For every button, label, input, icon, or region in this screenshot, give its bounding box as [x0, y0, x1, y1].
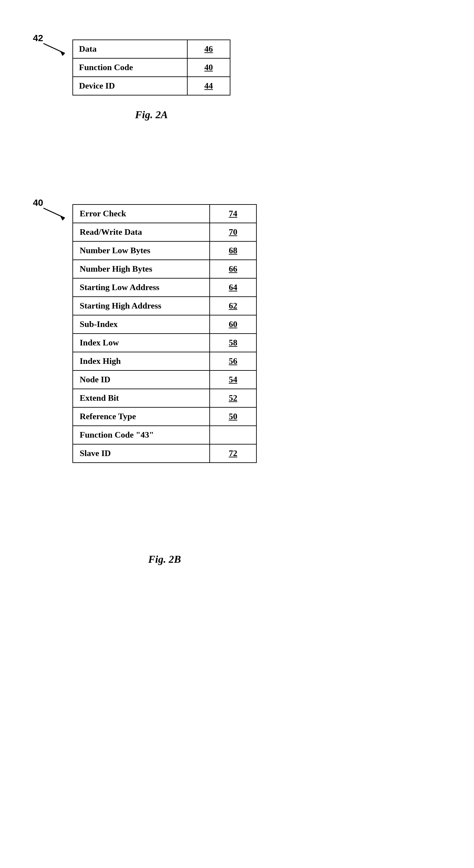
table-row: Index High56 — [73, 352, 256, 370]
arrow-42-icon — [40, 40, 70, 57]
table-cell-number: 52 — [210, 389, 256, 407]
table-row: Function Code40 — [73, 58, 230, 77]
table-cell-label: Read/Write Data — [73, 223, 210, 241]
table-cell-number: 44 — [187, 77, 230, 95]
table-row: Reference Type50 — [73, 407, 256, 426]
table-cell-number: 54 — [210, 370, 256, 389]
fig-caption-2a: Fig. 2A — [72, 108, 230, 121]
table-row: Extend Bit52 — [73, 389, 256, 407]
table-cell-label: Node ID — [73, 370, 210, 389]
arrow-40-icon — [40, 205, 70, 221]
table-cell-label: Number High Bytes — [73, 260, 210, 278]
table-row: Number High Bytes66 — [73, 260, 256, 278]
table-cell-number — [210, 426, 256, 444]
table-row: Function Code "43" — [73, 426, 256, 444]
table-row: Error Check74 — [73, 205, 256, 223]
table-cell-number: 46 — [187, 40, 230, 58]
table-cell-label: Data — [73, 40, 187, 58]
table-cell-label: Index Low — [73, 334, 210, 352]
table-cell-number: 74 — [210, 205, 256, 223]
table-cell-label: Error Check — [73, 205, 210, 223]
table-cell-number: 64 — [210, 278, 256, 297]
table-row: Slave ID72 — [73, 444, 256, 463]
table-cell-label: Device ID — [73, 77, 187, 95]
table-row: Starting High Address62 — [73, 297, 256, 315]
table-cell-number: 62 — [210, 297, 256, 315]
table-cell-number: 72 — [210, 444, 256, 463]
table-cell-number: 56 — [210, 352, 256, 370]
fig-caption-2b: Fig. 2B — [72, 553, 257, 565]
table-cell-label: Starting High Address — [73, 297, 210, 315]
table-row: Number Low Bytes68 — [73, 241, 256, 260]
table-row: Device ID44 — [73, 77, 230, 95]
table-cell-label: Sub-Index — [73, 315, 210, 334]
table-row: Data46 — [73, 40, 230, 58]
svg-marker-3 — [60, 215, 65, 221]
svg-marker-1 — [60, 51, 65, 56]
table-cell-label: Number Low Bytes — [73, 241, 210, 260]
table-cell-number: 66 — [210, 260, 256, 278]
table-cell-number: 68 — [210, 241, 256, 260]
table-2b: Error Check74Read/Write Data70Number Low… — [72, 204, 257, 463]
table-row: Index Low58 — [73, 334, 256, 352]
table-cell-label: Index High — [73, 352, 210, 370]
table-cell-number: 70 — [210, 223, 256, 241]
table-cell-label: Starting Low Address — [73, 278, 210, 297]
table-cell-number: 40 — [187, 58, 230, 77]
table-2a: Data46Function Code40Device ID44 — [72, 39, 230, 95]
table-row: Sub-Index60 — [73, 315, 256, 334]
table-cell-label: Reference Type — [73, 407, 210, 426]
table-cell-number: 58 — [210, 334, 256, 352]
table-row: Read/Write Data70 — [73, 223, 256, 241]
table-row: Starting Low Address64 — [73, 278, 256, 297]
table-cell-label: Function Code — [73, 58, 187, 77]
table-cell-number: 50 — [210, 407, 256, 426]
table-row: Node ID54 — [73, 370, 256, 389]
table-cell-label: Slave ID — [73, 444, 210, 463]
table-cell-label: Function Code "43" — [73, 426, 210, 444]
page-container: 42 Data46Function Code40Device ID44 Fig.… — [0, 13, 474, 868]
table-cell-label: Extend Bit — [73, 389, 210, 407]
table-cell-number: 60 — [210, 315, 256, 334]
